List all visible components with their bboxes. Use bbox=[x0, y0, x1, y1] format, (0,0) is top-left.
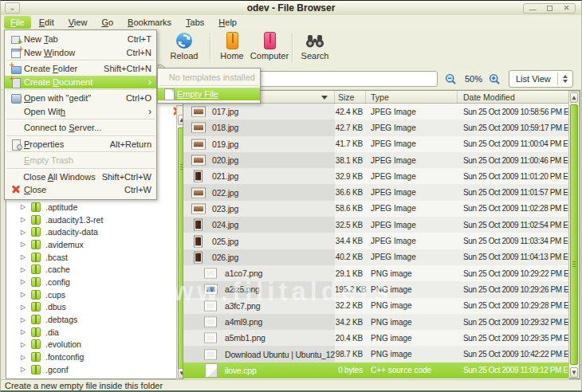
cell-name[interactable]: a4ml9.png bbox=[183, 314, 335, 330]
expander-icon[interactable]: ▷ bbox=[18, 341, 29, 348]
table-row[interactable]: a5mb1.png 20.4 KB PNG image Sun 25 Oct 2… bbox=[183, 330, 569, 346]
cell-name[interactable]: 021.jpg bbox=[183, 168, 335, 184]
table-row[interactable]: ilove.cpp 0 bytes C++ source code Sun 25… bbox=[183, 363, 569, 378]
expander-icon[interactable]: ▷ bbox=[18, 304, 29, 311]
sidebar-item[interactable]: ▷ .cache bbox=[8, 263, 175, 276]
window-menu-button[interactable]: ⌄ bbox=[5, 2, 20, 14]
sidebar-item[interactable]: ▷ .fontconfig bbox=[8, 351, 175, 363]
menu-item-close[interactable]: Close Ctrl+W bbox=[5, 183, 156, 197]
computer-button[interactable]: Computer bbox=[248, 31, 291, 66]
menu-item-new-tab[interactable]: New Tab Ctrl+T bbox=[5, 33, 156, 46]
expander-icon[interactable]: ▷ bbox=[18, 291, 29, 298]
expander-icon[interactable]: ▷ bbox=[18, 266, 29, 273]
zoom-in-button[interactable] bbox=[488, 73, 501, 86]
cell-name[interactable]: Download Ubuntu | Ubuntu_12565... bbox=[183, 346, 335, 362]
cell-name[interactable]: 024.jpg bbox=[183, 217, 335, 233]
menu-item-new-window[interactable]: New Window Ctrl+N bbox=[5, 46, 156, 60]
cell-name[interactable]: ilove.cpp bbox=[183, 363, 335, 378]
sidebar-item[interactable]: ▷ .audacity1.3-ret bbox=[8, 214, 175, 226]
cell-name[interactable]: a5mb1.png bbox=[183, 330, 335, 346]
column-header-type[interactable]: Type bbox=[366, 91, 458, 103]
menu-tabs[interactable]: Tabs bbox=[179, 16, 210, 29]
cell-name[interactable]: 017.jpg bbox=[183, 104, 335, 120]
cell-name[interactable]: a3fc7.png bbox=[183, 298, 335, 314]
sidebar-item[interactable]: ▷ .bcast bbox=[8, 251, 175, 264]
menu-item-empty-file[interactable]: Empty File bbox=[158, 88, 260, 101]
sidebar-item[interactable]: ▷ .audacity-data bbox=[8, 225, 175, 238]
expander-icon[interactable]: ▷ bbox=[18, 203, 29, 210]
column-header-size[interactable]: Size bbox=[335, 91, 366, 103]
column-header-date[interactable]: Date Modified bbox=[458, 91, 568, 103]
table-row[interactable]: a2iz5.png 195.2 KB PNG image Sun 25 Oct … bbox=[183, 281, 569, 297]
table-row[interactable]: 020.jpg 38.1 KB JPEG Image Sun 25 Oct 20… bbox=[183, 152, 569, 168]
sidebar-item[interactable]: ▷ .aptitude bbox=[8, 201, 175, 214]
file-list-scrollbar[interactable]: ▲ ▼ bbox=[568, 91, 580, 378]
cell-name[interactable]: a2iz5.png bbox=[183, 281, 335, 297]
table-row[interactable]: 025.jpg 34.4 KB JPEG Image Sun 25 Oct 20… bbox=[183, 233, 569, 249]
expander-icon[interactable]: ▷ bbox=[18, 366, 29, 373]
minimize-icon[interactable]: — bbox=[529, 6, 537, 14]
table-row[interactable]: 022.jpg 36.6 KB JPEG Image Sun 25 Oct 20… bbox=[183, 184, 569, 200]
expander-icon[interactable]: ▷ bbox=[18, 278, 29, 285]
table-row[interactable]: Download Ubuntu | Ubuntu_12565... 98.7 K… bbox=[183, 346, 569, 362]
menu-bookmarks[interactable]: Bookmarks bbox=[121, 16, 178, 29]
chevron-up-down-icon[interactable] bbox=[558, 75, 572, 83]
table-row[interactable]: 024.jpg 32.5 KB JPEG Image Sun 25 Oct 20… bbox=[183, 217, 569, 233]
search-button[interactable]: Search bbox=[293, 31, 336, 66]
view-mode-select[interactable]: List View bbox=[509, 70, 573, 88]
menu-item-open-with-gedit[interactable]: Open with "gedit" Ctrl+O bbox=[5, 92, 156, 105]
sidebar-item[interactable]: ▷ .dia bbox=[8, 326, 175, 339]
sidebar-item[interactable]: ▷ .gconf bbox=[8, 363, 175, 376]
sidebar-item[interactable]: ▷ .cups bbox=[8, 288, 175, 301]
table-row[interactable]: 026.jpg 40.2 KB JPEG Image Sun 25 Oct 20… bbox=[183, 249, 569, 265]
expander-icon[interactable]: ▷ bbox=[18, 229, 29, 236]
sidebar-item[interactable]: ▷ .evolution bbox=[8, 339, 175, 351]
expander-icon[interactable]: ▷ bbox=[18, 354, 29, 361]
menu-item-properties[interactable]: Properties Alt+Return bbox=[5, 138, 156, 151]
table-row[interactable]: a1co7.png 29.1 KB PNG image Sun 25 Oct 2… bbox=[183, 265, 569, 281]
menu-item-create-folder[interactable]: Create Folder Shift+Ctrl+N bbox=[5, 62, 156, 76]
cell-name[interactable]: a1co7.png bbox=[183, 265, 335, 281]
cell-name[interactable]: 022.jpg bbox=[183, 184, 335, 200]
expander-icon[interactable]: ▷ bbox=[18, 241, 29, 248]
reload-button[interactable]: Reload bbox=[163, 31, 206, 66]
cell-name[interactable]: 025.jpg bbox=[183, 233, 335, 249]
menu-item-close-all-windows[interactable]: Close All Windows Shift+Ctrl+W bbox=[5, 171, 156, 184]
menu-edit[interactable]: Edit bbox=[33, 16, 61, 29]
menu-item-create-document[interactable]: Create Document › bbox=[5, 76, 156, 89]
scroll-up-icon[interactable]: ▲ bbox=[570, 92, 578, 103]
scroll-down-icon[interactable]: ▼ bbox=[570, 367, 578, 378]
table-row[interactable]: a3fc7.png 32.2 KB PNG image Sun 25 Oct 2… bbox=[183, 298, 569, 314]
menu-item-open-with[interactable]: Open With › bbox=[5, 105, 156, 119]
menu-go[interactable]: Go bbox=[95, 16, 120, 29]
table-row[interactable]: 021.jpg 32.9 KB JPEG Image Sun 25 Oct 20… bbox=[183, 168, 569, 184]
menu-view[interactable]: View bbox=[62, 16, 94, 29]
close-icon[interactable]: ✕ bbox=[564, 5, 570, 12]
menu-file[interactable]: File bbox=[4, 16, 31, 29]
sidebar-item[interactable]: ▷ .avidemux bbox=[8, 238, 175, 251]
cell-name[interactable]: 023.jpg bbox=[183, 201, 335, 217]
expander-icon[interactable]: ▷ bbox=[18, 253, 29, 261]
maximize-icon[interactable] bbox=[547, 6, 553, 11]
cell-name[interactable]: 020.jpg bbox=[183, 152, 335, 168]
expander-icon[interactable]: ▷ bbox=[18, 216, 29, 223]
expander-icon[interactable]: ▷ bbox=[18, 316, 29, 323]
menu-help[interactable]: Help bbox=[212, 16, 243, 29]
menu-item-connect-to-server[interactable]: Connect to Server... bbox=[5, 121, 156, 135]
zoom-out-button[interactable] bbox=[444, 73, 458, 86]
file-list-scrollbar-thumb[interactable] bbox=[570, 104, 578, 365]
expander-icon[interactable]: ▷ bbox=[18, 328, 29, 335]
table-row[interactable]: 019.jpg 41.7 KB JPEG Image Sun 25 Oct 20… bbox=[183, 136, 569, 152]
home-button[interactable]: Home bbox=[210, 31, 254, 66]
table-row[interactable]: 023.jpg 58.6 KB JPEG Image Sun 25 Oct 20… bbox=[183, 201, 569, 217]
sidebar-item[interactable]: ▷ .debtags bbox=[8, 313, 175, 326]
location-input[interactable] bbox=[248, 71, 438, 87]
table-row[interactable]: 018.jpg 42.7 KB JPEG Image Sun 25 Oct 20… bbox=[183, 120, 569, 135]
sidebar-item[interactable]: ▷ .config bbox=[8, 276, 175, 288]
cell-name[interactable]: 026.jpg bbox=[183, 249, 335, 265]
table-row[interactable]: 017.jpg 42.4 KB JPEG Image Sun 25 Oct 20… bbox=[183, 104, 569, 120]
table-row[interactable]: a4ml9.png 34.2 KB PNG image Sun 25 Oct 2… bbox=[183, 314, 569, 330]
cell-name[interactable]: 019.jpg bbox=[183, 136, 335, 152]
sidebar-item[interactable]: ▷ .dbus bbox=[8, 301, 175, 314]
menu-item-empty-trash[interactable]: Empty Trash bbox=[5, 154, 156, 167]
